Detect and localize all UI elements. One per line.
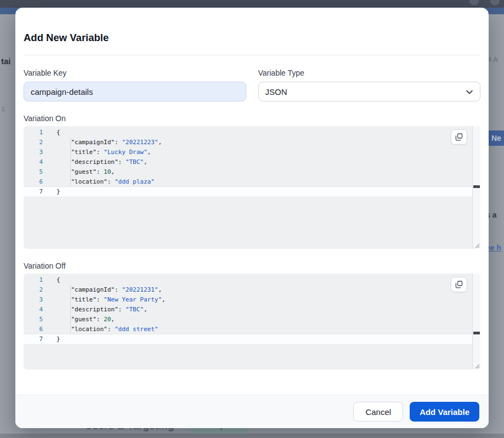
- code-line: 4 "description": "TBC",: [24, 305, 472, 315]
- code-line: 2 "campaignId": "20221223",: [24, 138, 472, 147]
- variable-key-label: Variable Key: [24, 69, 246, 77]
- chevron-down-icon: [466, 88, 473, 96]
- code-line: 5 "guest": 10,: [24, 167, 472, 177]
- add-variable-button[interactable]: Add Variable: [410, 402, 479, 422]
- line-number: 1: [24, 128, 49, 138]
- code-line: 4 "description": "TBC",: [24, 157, 472, 167]
- variable-type-label: Variable Type: [258, 69, 481, 77]
- date-fragment: 4 A: [488, 55, 498, 64]
- code-line: 7}: [24, 334, 472, 344]
- code-line: 1{: [24, 128, 472, 138]
- variable-type-select[interactable]: JSON: [258, 82, 481, 101]
- line-number: 4: [24, 305, 49, 315]
- copy-button[interactable]: [451, 277, 467, 292]
- header-divider: [24, 55, 480, 55]
- code-line: 6 "location": "ddd plaza": [24, 177, 472, 187]
- variable-type-selected-value: JSON: [265, 87, 287, 96]
- variable-key-input[interactable]: [24, 82, 246, 101]
- variation-off-label: Variation Off: [24, 261, 480, 270]
- avatar: [490, 0, 500, 5]
- page-bottom-strip: [0, 434, 504, 438]
- page-label-fragment: E: [2, 106, 6, 112]
- copy-icon: [455, 281, 463, 288]
- line-number: 5: [24, 167, 49, 177]
- line-number: 1: [24, 275, 49, 285]
- code-line: 6 "location": "ddd street": [24, 325, 472, 334]
- avatar: [469, 0, 479, 5]
- line-number: 3: [24, 147, 49, 157]
- editor-scrollbar[interactable]: [472, 126, 480, 249]
- line-number: 3: [24, 295, 49, 305]
- line-number: 7: [24, 334, 49, 344]
- modal-footer: Cancel Add Variable: [15, 395, 489, 428]
- line-number: 2: [24, 138, 49, 147]
- add-new-variable-modal: Add New Variable Variable Key Variable T…: [15, 8, 489, 428]
- top-navbar: [0, 0, 504, 8]
- line-number: 2: [24, 285, 49, 295]
- variation-on-label: Variation On: [24, 114, 480, 123]
- variation-off-editor[interactable]: 1{2 "campaignId": "20221231",3 "title": …: [24, 274, 480, 369]
- line-number: 6: [24, 325, 49, 334]
- code-line: 7}: [24, 187, 472, 197]
- resize-handle-icon[interactable]: [474, 242, 480, 248]
- cancel-button[interactable]: Cancel: [353, 402, 403, 422]
- line-number: 6: [24, 177, 49, 187]
- scrollbar-thumb[interactable]: [473, 332, 480, 334]
- scrollbar-thumb[interactable]: [473, 185, 480, 188]
- page-heading-fragment: tai: [1, 56, 11, 66]
- modal-title: Add New Variable: [24, 32, 480, 44]
- code-line: 2 "campaignId": "20221231",: [24, 285, 472, 295]
- copy-button[interactable]: [451, 129, 467, 145]
- resize-handle-icon[interactable]: [474, 363, 480, 369]
- code-line: 3 "title": "Lucky Draw",: [24, 147, 472, 157]
- copy-icon: [455, 133, 463, 141]
- line-number: 4: [24, 157, 49, 167]
- variation-on-editor[interactable]: 1{2 "campaignId": "20221223",3 "title": …: [24, 126, 480, 249]
- code-line: 3 "title": "New Year Party",: [24, 295, 472, 305]
- new-variable-button-fragment: Ne: [487, 130, 504, 146]
- editor-scrollbar[interactable]: [472, 274, 480, 369]
- variation-off-code-area[interactable]: 1{2 "campaignId": "20221231",3 "title": …: [24, 274, 472, 369]
- line-number: 7: [24, 187, 49, 197]
- code-line: 5 "guest": 20,: [24, 315, 472, 325]
- line-number: 5: [24, 315, 49, 325]
- variation-on-code-area[interactable]: 1{2 "campaignId": "20221223",3 "title": …: [24, 126, 472, 249]
- code-line: 1{: [24, 275, 472, 285]
